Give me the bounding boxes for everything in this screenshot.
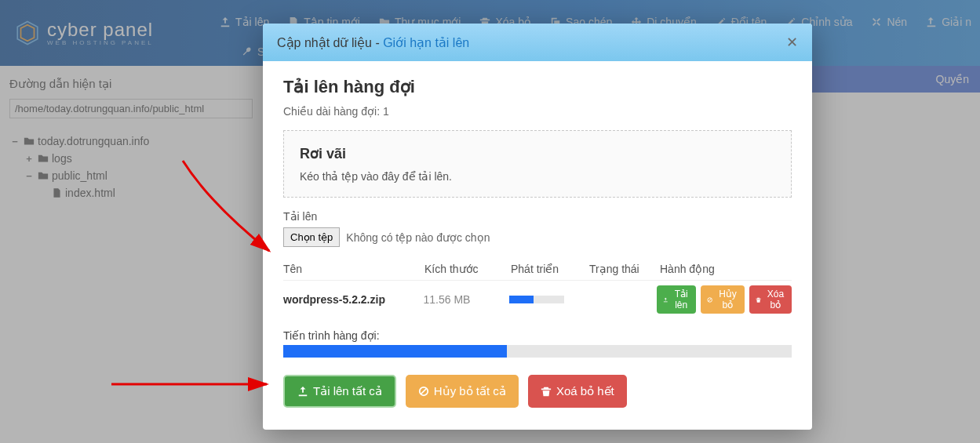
row-remove-button[interactable]: Xóa bỏ [749, 285, 792, 314]
cancel-all-button[interactable]: Hủy bỏ tất cả [406, 375, 519, 408]
col-name: Tên [283, 263, 424, 275]
upload-icon [663, 296, 669, 304]
queue-progress-label: Tiến trình hàng đợi: [283, 329, 792, 342]
cancel-icon [418, 386, 429, 397]
col-size: Kích thước [424, 263, 511, 275]
col-action: Hành động [660, 263, 792, 275]
svg-line-5 [421, 389, 426, 394]
col-progress: Phát triển [511, 263, 589, 275]
col-status: Trạng thái [589, 263, 660, 275]
close-icon[interactable]: ✕ [786, 34, 798, 51]
upload-modal: Cập nhật dữ liệu - Giới hạn tải lên ✕ Tả… [263, 24, 812, 430]
cancel-icon [707, 296, 712, 304]
upload-queue-table: Tên Kích thước Phát triển Trạng thái Hàn… [283, 258, 792, 318]
file-drop-zone[interactable]: Rơi vãi Kéo thả tệp vào đây để tải lên. [283, 130, 792, 198]
row-upload-button[interactable]: Tải lên [657, 285, 696, 314]
queue-file-size: 11.56 MB [423, 293, 508, 306]
dropzone-title: Rơi vãi [300, 145, 775, 162]
svg-line-3 [709, 298, 712, 301]
row-cancel-button[interactable]: Hủy bỏ [701, 285, 745, 314]
no-file-chosen-label: Không có tệp nào được chọn [346, 231, 490, 244]
queue-file-progress [509, 296, 564, 303]
upload-all-button[interactable]: Tải lên tất cả [283, 375, 396, 408]
queue-length-label: Chiều dài hàng đợi: 1 [283, 105, 792, 118]
modal-title-link[interactable]: Giới hạn tải lên [383, 36, 469, 49]
queue-item: wordpress-5.2.2.zip 11.56 MB Tải lên Hủy… [283, 281, 792, 318]
dropzone-hint: Kéo thả tệp vào đây để tải lên. [300, 170, 775, 183]
upload-icon [297, 386, 308, 397]
upload-queue-heading: Tải lên hàng đợi [283, 77, 792, 97]
queue-progress-bar [283, 345, 792, 358]
trash-icon [756, 296, 761, 304]
modal-title: Cập nhật dữ liệu - [277, 36, 383, 49]
queue-file-name: wordpress-5.2.2.zip [283, 293, 423, 306]
choose-file-button[interactable]: Chọn tệp [283, 227, 340, 247]
modal-header: Cập nhật dữ liệu - Giới hạn tải lên ✕ [263, 24, 812, 61]
remove-all-button[interactable]: Xoá bỏ hết [528, 375, 627, 408]
trash-icon [541, 386, 552, 397]
upload-label: Tải lên [283, 210, 792, 223]
